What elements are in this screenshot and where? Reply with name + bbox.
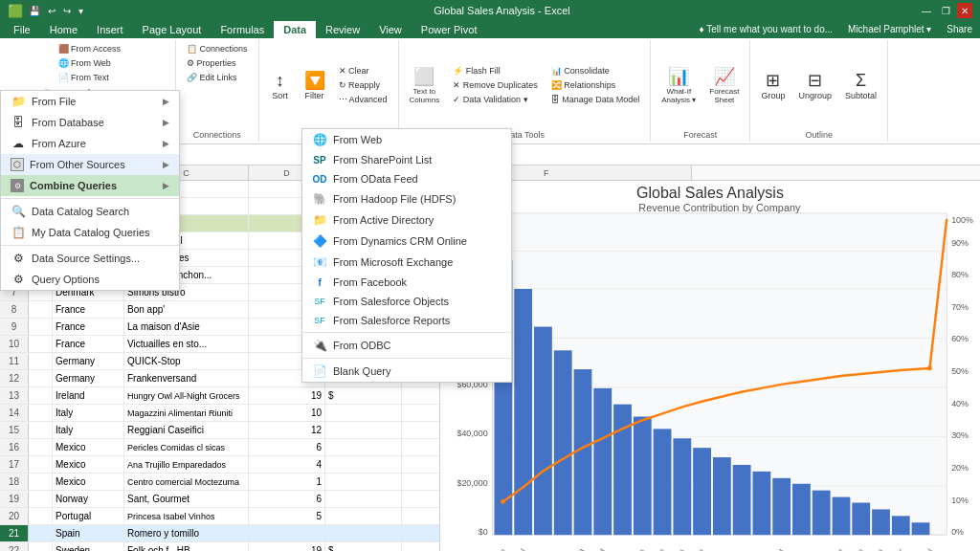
edit-links-btn[interactable]: 🔗 Edit Links xyxy=(182,71,242,84)
cell[interactable]: $ xyxy=(325,387,402,404)
from-web-btn[interactable]: 🌐 From Web xyxy=(54,56,116,70)
cell[interactable]: Germany xyxy=(53,370,124,386)
cell[interactable]: Spain xyxy=(53,525,124,541)
cell[interactable]: 12 xyxy=(249,422,325,438)
ungroup-btn[interactable]: ⊟ Ungroup xyxy=(793,67,836,103)
cell[interactable]: France xyxy=(53,301,124,318)
relationships-btn[interactable]: 🔀 Relationships xyxy=(546,78,645,92)
cell[interactable]: Italy xyxy=(53,422,124,438)
cell[interactable]: Mexico xyxy=(53,456,124,473)
cell[interactable]: Bon app' xyxy=(124,301,249,318)
cell[interactable] xyxy=(29,353,53,369)
cell[interactable]: Mexico xyxy=(53,474,124,490)
forecast-sheet-btn[interactable]: 📈 ForecastSheet xyxy=(704,63,744,107)
tab-data[interactable]: Data xyxy=(274,21,316,38)
cell[interactable]: 4 xyxy=(249,456,325,473)
menu-item-ms-exchange[interactable]: 📧 From Microsoft Exchange xyxy=(302,252,511,273)
menu-item-blank-query[interactable]: 📄 Blank Query xyxy=(302,361,511,382)
cell[interactable] xyxy=(29,474,53,490)
cell[interactable]: Reggiani Caseifici xyxy=(124,422,249,438)
user-account[interactable]: Michael Pamphlet ▾ xyxy=(840,21,939,38)
menu-item-combine[interactable]: ⚙ Combine Queries ▶ xyxy=(1,175,179,196)
customize-btn[interactable]: ▾ xyxy=(77,6,85,16)
menu-item-dynamics-crm[interactable]: 🔷 From Dynamics CRM Online xyxy=(302,231,511,252)
data-validation-btn[interactable]: ✓ Data Validation ▾ xyxy=(448,93,543,106)
text-to-columns-btn[interactable]: ⬜ Text toColumns xyxy=(405,63,445,107)
cell[interactable]: Romero y tomillo xyxy=(124,525,249,541)
cell[interactable] xyxy=(29,387,53,404)
cell[interactable] xyxy=(325,405,402,421)
cell[interactable]: 19 xyxy=(249,542,325,551)
cell[interactable] xyxy=(325,491,402,507)
cell[interactable]: 5 xyxy=(249,508,325,524)
from-access-btn[interactable]: 🟫 From Access xyxy=(54,42,125,55)
clear-btn[interactable]: ✕ Clear xyxy=(334,64,392,77)
menu-item-from-file[interactable]: 📁 From File ▶ xyxy=(1,91,179,112)
redo-btn[interactable]: ↪ xyxy=(61,6,73,16)
cell[interactable] xyxy=(325,439,402,455)
cell[interactable]: Ireland xyxy=(53,387,124,404)
cell[interactable]: $ xyxy=(325,542,402,551)
cell[interactable]: Frankenversand xyxy=(124,370,249,386)
menu-item-from-web[interactable]: 🌐 From Web xyxy=(302,129,511,150)
cell[interactable]: Magazzini Alimentari Riuniti xyxy=(124,405,249,421)
cell[interactable]: Victuailles en sto... xyxy=(124,336,249,352)
cell[interactable] xyxy=(325,422,402,438)
tab-review[interactable]: Review xyxy=(316,21,369,38)
what-if-btn[interactable]: 📊 What-IfAnalysis ▾ xyxy=(657,63,701,107)
tab-home[interactable]: Home xyxy=(40,21,87,38)
menu-item-salesforce-rep[interactable]: SF From Salesforce Reports xyxy=(302,311,511,330)
flash-fill-btn[interactable]: ⚡ Flash Fill xyxy=(448,64,543,77)
menu-item-from-database[interactable]: 🗄 From Database ▶ xyxy=(1,112,179,133)
minimize-btn[interactable]: — xyxy=(919,3,934,18)
group-btn[interactable]: ⊞ Group xyxy=(756,67,790,103)
remove-dupes-btn[interactable]: ✕ Remove Duplicates xyxy=(448,78,543,92)
cell[interactable] xyxy=(29,525,53,541)
cell[interactable]: Sweden xyxy=(53,542,124,551)
cell[interactable] xyxy=(249,525,325,541)
cell[interactable] xyxy=(29,370,53,386)
tab-formulas[interactable]: Formulas xyxy=(211,21,274,38)
cell[interactable]: QUICK-Stop xyxy=(124,353,249,369)
cell[interactable]: 1 xyxy=(249,474,325,490)
cell[interactable]: Princesa Isabel Vinhos xyxy=(124,508,249,524)
cell[interactable]: Norway xyxy=(53,491,124,507)
cell[interactable]: Ana Trujillo Emparedados xyxy=(124,456,249,473)
cell[interactable] xyxy=(325,508,402,524)
menu-item-hadoop[interactable]: 🐘 From Hadoop File (HDFS) xyxy=(302,188,511,209)
quick-save-btn[interactable]: 💾 xyxy=(27,6,42,16)
undo-btn[interactable]: ↩ xyxy=(46,6,57,16)
share-btn[interactable]: Share xyxy=(939,21,980,38)
cell[interactable] xyxy=(325,456,402,473)
tell-me-input[interactable]: ♦ Tell me what you want to do... xyxy=(692,21,840,38)
cell[interactable] xyxy=(325,525,402,541)
tab-power-pivot[interactable]: Power Pivot xyxy=(412,21,487,38)
manage-data-model-btn[interactable]: 🗄 Manage Data Model xyxy=(546,93,645,106)
formula-input[interactable] xyxy=(106,146,976,164)
menu-item-active-dir[interactable]: 📁 From Active Directory xyxy=(302,209,511,231)
cell[interactable]: Germany xyxy=(53,353,124,369)
cell[interactable] xyxy=(29,319,53,335)
cell[interactable] xyxy=(325,474,402,490)
cell[interactable]: 6 xyxy=(249,491,325,507)
cell[interactable]: 6 xyxy=(249,439,325,455)
sort-btn[interactable]: ↕️ Sort xyxy=(265,68,296,103)
tab-file[interactable]: File xyxy=(4,21,40,38)
cell[interactable]: 10 xyxy=(249,405,325,421)
cell[interactable]: Centro comercial Moctezuma xyxy=(124,474,249,490)
cell[interactable] xyxy=(29,422,53,438)
menu-item-from-other-sources[interactable]: ⬡ From Other Sources ▶ xyxy=(1,154,179,175)
tab-insert[interactable]: Insert xyxy=(87,21,133,38)
advanced-btn[interactable]: ⋯ Advanced xyxy=(334,93,392,106)
menu-item-salesforce-obj[interactable]: SF From Salesforce Objects xyxy=(302,292,511,311)
cell[interactable]: Italy xyxy=(53,405,124,421)
menu-item-from-azure[interactable]: ☁ From Azure ▶ xyxy=(1,133,179,154)
cell[interactable] xyxy=(29,301,53,318)
tab-page-layout[interactable]: Page Layout xyxy=(133,21,212,38)
menu-item-data-catalog[interactable]: 🔍 Data Catalog Search xyxy=(1,201,179,222)
menu-item-data-source-settings[interactable]: ⚙ Data Source Settings... xyxy=(1,248,179,269)
tab-view[interactable]: View xyxy=(369,21,412,38)
cell[interactable] xyxy=(29,456,53,473)
menu-item-my-catalog[interactable]: 📋 My Data Catalog Queries xyxy=(1,222,179,243)
cell[interactable]: La maison d'Asie xyxy=(124,319,249,335)
